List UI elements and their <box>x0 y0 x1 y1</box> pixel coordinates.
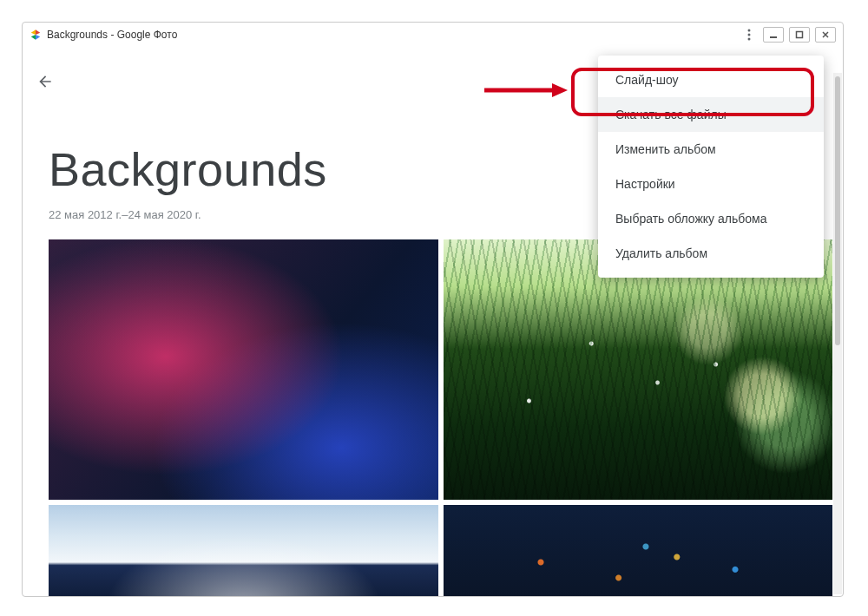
close-button[interactable] <box>815 27 836 43</box>
photo-thumbnail[interactable] <box>444 239 833 500</box>
svg-point-2 <box>748 38 751 41</box>
menu-item-slideshow[interactable]: Слайд-шоу <box>598 62 824 97</box>
photo-thumbnail[interactable] <box>49 239 438 500</box>
svg-point-1 <box>748 34 751 36</box>
menu-item-label: Настройки <box>615 177 675 191</box>
maximize-button[interactable] <box>789 27 810 43</box>
context-menu: Слайд-шоу Скачать все файлы Изменить аль… <box>598 56 824 278</box>
photo-thumbnail[interactable] <box>49 505 438 596</box>
menu-item-settings[interactable]: Настройки <box>598 167 824 201</box>
app-icon <box>30 29 42 41</box>
title-bar: Backgrounds - Google Фото <box>23 23 843 47</box>
window-title: Backgrounds - Google Фото <box>47 29 177 41</box>
menu-item-label: Скачать все файлы <box>615 108 727 121</box>
svg-point-0 <box>748 29 751 32</box>
menu-item-delete-album[interactable]: Удалить альбом <box>598 236 824 271</box>
menu-item-edit-album[interactable]: Изменить альбом <box>598 132 824 167</box>
app-window: Backgrounds - Google Фото Backgrounds 22… <box>22 22 844 597</box>
menu-item-label: Изменить альбом <box>615 142 716 156</box>
scrollbar-thumb[interactable] <box>835 76 840 345</box>
more-options-icon[interactable] <box>740 26 758 43</box>
minimize-button[interactable] <box>763 27 784 43</box>
photo-row <box>49 505 832 596</box>
scrollbar[interactable] <box>833 73 842 594</box>
menu-item-label: Выбрать обложку альбома <box>615 212 766 226</box>
menu-item-choose-cover[interactable]: Выбрать обложку альбома <box>598 201 824 236</box>
photo-grid <box>49 239 832 596</box>
photo-thumbnail[interactable] <box>444 505 833 596</box>
window-controls <box>763 27 836 43</box>
back-button[interactable] <box>35 71 56 92</box>
menu-item-label: Слайд-шоу <box>615 73 679 87</box>
menu-item-download-all[interactable]: Скачать все файлы <box>598 97 824 132</box>
svg-rect-3 <box>770 36 777 38</box>
svg-rect-4 <box>797 32 803 38</box>
menu-item-label: Удалить альбом <box>615 246 707 260</box>
photo-row <box>49 239 832 500</box>
